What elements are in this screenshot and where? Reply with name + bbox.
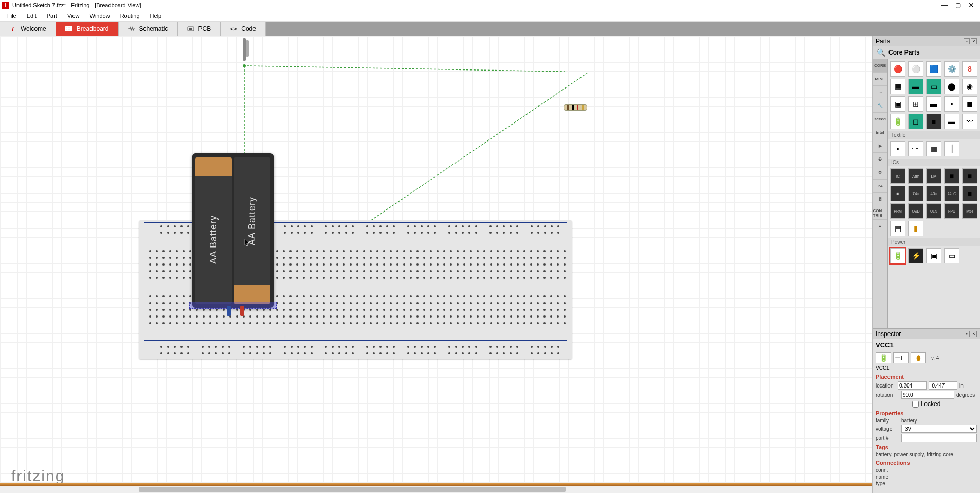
menu-routing[interactable]: Routing	[115, 12, 145, 20]
search-icon[interactable]: 🔍	[877, 48, 885, 57]
part-ic-10[interactable]: ■	[962, 186, 977, 201]
inspector-restore-button[interactable]: ▫	[964, 331, 970, 337]
inspector-close-button[interactable]: ×	[971, 331, 977, 337]
battery-holder[interactable]: AA Battery AA Battery	[192, 153, 274, 308]
part-led-rgb[interactable]: ⚪	[908, 61, 923, 77]
part-power-3[interactable]: ▣	[926, 248, 941, 263]
location-y-input[interactable]	[929, 381, 957, 390]
svg-point-720	[550, 295, 552, 297]
bin-mine[interactable]: MINE	[873, 73, 887, 86]
part-ic-2[interactable]: Atm	[908, 168, 923, 184]
voltage-select[interactable]: 3V	[901, 425, 977, 433]
part-motor[interactable]: ⚙️	[944, 61, 959, 77]
menu-help[interactable]: Help	[145, 12, 167, 20]
part-ic-17[interactable]: ▮	[908, 221, 923, 236]
part-header[interactable]: ▬	[944, 114, 959, 129]
part-power-4[interactable]: ▭	[944, 248, 959, 263]
location-x-input[interactable]	[898, 381, 927, 390]
bin-sliders[interactable]: 🎛	[873, 193, 887, 206]
part-ic-14[interactable]: FPU	[944, 203, 959, 219]
part-speaker[interactable]: ⬤	[944, 79, 959, 94]
part-ic-4[interactable]: ■	[944, 168, 959, 184]
bin-gear[interactable]: ⚙	[873, 166, 887, 180]
scrollbar-thumb[interactable]	[139, 487, 566, 492]
part-ic-8[interactable]: 40x	[926, 186, 941, 201]
part-perfboard[interactable]: ▦	[890, 79, 905, 94]
parts-grid[interactable]: 🔴 ⚪ 🟦 ⚙️ 8 ▦ ▬ ▭ ⬤ ◉ ▣ ⊞ ▬ ▪ ◼ 🔋 ◻	[888, 59, 980, 328]
tab-schematic[interactable]: Schematic	[119, 22, 178, 36]
part-power-battery[interactable]: 🔋	[890, 248, 905, 263]
insp-thumb-breadboard[interactable]: 🔋	[876, 352, 891, 363]
part-battery-9v[interactable]: 🔋	[890, 114, 905, 129]
resistor[interactable]	[564, 104, 587, 111]
menu-window[interactable]: Window	[85, 12, 115, 20]
minimize-button[interactable]: —	[938, 1, 951, 10]
bin-tools[interactable]: 🔧	[873, 99, 887, 113]
part-led-smd[interactable]: 🟦	[926, 61, 941, 77]
bin-p4[interactable]: P4	[873, 180, 887, 193]
menu-file[interactable]: File	[2, 12, 22, 20]
parts-close-button[interactable]: ×	[971, 38, 977, 44]
battery-pin-neg[interactable]	[227, 306, 231, 316]
bin-seeed[interactable]: seeed	[873, 113, 887, 126]
part-ic-13[interactable]: ULN	[926, 203, 941, 219]
bin-parallax[interactable]: ▶	[873, 139, 887, 153]
parts-restore-button[interactable]: ▫	[964, 38, 970, 44]
part-textile-4[interactable]: ⎮	[944, 141, 959, 156]
tab-breadboard[interactable]: Breadboard	[56, 22, 119, 36]
maximize-button[interactable]: ▢	[951, 1, 965, 10]
tab-code[interactable]: <> Code	[221, 22, 266, 36]
menu-view[interactable]: View	[62, 12, 85, 20]
svg-point-799	[379, 346, 382, 348]
part-textile-2[interactable]: 〰	[908, 141, 923, 156]
part-ic-16[interactable]: ▤	[890, 221, 905, 236]
part-dip[interactable]: ▬	[926, 96, 941, 112]
part-ic-11[interactable]: PRM	[890, 203, 905, 219]
bin-intel[interactable]: intel	[873, 126, 887, 139]
menu-part[interactable]: Part	[42, 12, 62, 20]
part-stripboard[interactable]: ▬	[908, 79, 923, 94]
part-7seg[interactable]: 8	[962, 61, 977, 77]
part-ic-15[interactable]: M54	[962, 203, 977, 219]
part-piezo[interactable]: ◉	[962, 79, 977, 94]
close-button[interactable]: ✕	[965, 1, 978, 10]
part-relay[interactable]: ▣	[890, 96, 905, 112]
part-switch[interactable]: ⊞	[908, 96, 923, 112]
part-textile-1[interactable]: ▪	[890, 141, 905, 156]
part-power-2[interactable]: ⚡	[908, 248, 923, 263]
part-ic-3[interactable]: LM	[926, 168, 941, 184]
bin-arduino[interactable]: ∞	[873, 86, 887, 99]
part-led[interactable]: 🔴	[890, 61, 905, 77]
part-ic-5[interactable]: ■	[962, 168, 977, 184]
bin-yin-yang[interactable]: ☯	[873, 153, 887, 166]
part-qfp[interactable]: ◼	[962, 96, 977, 112]
part-jumper[interactable]: 〰	[962, 114, 977, 129]
tab-pcb[interactable]: PCB	[178, 22, 221, 36]
tab-welcome[interactable]: f Welcome	[0, 22, 56, 36]
horizontal-scrollbar[interactable]	[0, 486, 872, 493]
menu-edit[interactable]: Edit	[22, 12, 42, 20]
partnum-input[interactable]	[901, 434, 977, 442]
rotation-input[interactable]	[901, 391, 954, 399]
insp-thumb-schematic[interactable]: ⊣⊢	[893, 352, 909, 363]
canvas[interactable]: // draw breadboard holes (function(){ co…	[0, 36, 872, 493]
part-pcb[interactable]: ▭	[926, 79, 941, 94]
svg-point-316	[283, 257, 285, 259]
part-soic[interactable]: ▪	[944, 96, 959, 112]
part-ic-6[interactable]: ■	[890, 186, 905, 201]
battery-pin-pos[interactable]	[240, 306, 244, 316]
part-pcb-green[interactable]: ◻	[908, 114, 923, 129]
locked-checkbox[interactable]	[912, 401, 919, 408]
part-ic-1[interactable]: IC	[890, 168, 905, 184]
bin-core[interactable]: CORE	[873, 59, 887, 73]
part-ic-7[interactable]: 74x	[908, 186, 923, 201]
bin-contrib[interactable]: CON TRIB	[873, 206, 887, 220]
insp-thumb-pcb[interactable]: ⬮	[911, 352, 926, 363]
svg-point-603	[470, 315, 472, 318]
part-ic-9[interactable]: 24LC	[944, 186, 959, 201]
part-textile-3[interactable]: ▥	[926, 141, 941, 156]
part-chip[interactable]: ■	[926, 114, 941, 129]
bin-temp[interactable]: ▲	[873, 220, 887, 233]
part-ic-12[interactable]: OSD	[908, 203, 923, 219]
svg-point-826	[489, 352, 492, 354]
